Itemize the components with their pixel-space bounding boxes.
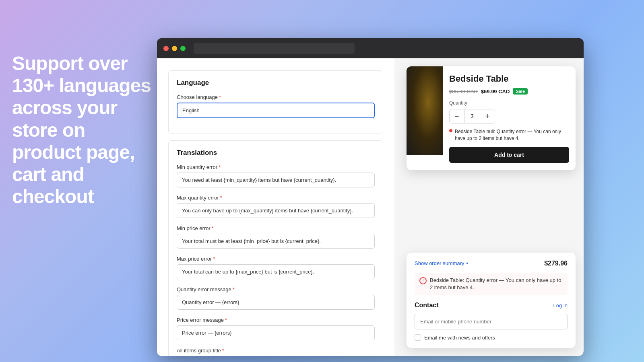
browser-window: Language Choose language * Translations … [157,38,584,356]
hero-text: Support over 130+ languages across your … [12,52,153,208]
contact-header: Contact Log in [415,302,568,309]
newsletter-row: Email me with news and offers [415,334,568,341]
order-total: $279.96 [544,260,568,267]
login-link[interactable]: Log in [553,302,568,309]
min-quantity-field: Min quantity error * [177,164,375,187]
checkout-header: Show order summary ▾ $279.96 [415,260,568,267]
browser-titlebar [157,38,584,58]
product-image [407,66,443,155]
translations-section-title: Translations [177,149,375,157]
max-quantity-field: Max quantity error * [177,195,375,218]
settings-panel: Language Choose language * Translations … [157,58,394,356]
show-order-summary-label: Show order summary [415,260,464,266]
url-bar[interactable] [194,43,355,54]
max-price-field: Max price error * [177,256,375,279]
language-input[interactable] [177,103,375,118]
quantity-label: Quantity [449,100,569,106]
sale-badge: Sale [513,88,528,95]
all-items-field: All items group title * [177,348,375,356]
language-label: Choose language * [177,94,375,100]
show-order-summary-button[interactable]: Show order summary ▾ [415,260,468,266]
contact-title: Contact [415,302,439,309]
minimize-icon[interactable] [172,46,177,51]
quantity-increase-button[interactable]: + [480,109,495,123]
price-error-message-field: Price error message * [177,317,375,340]
max-quantity-input[interactable] [177,203,375,218]
language-section: Language Choose language * [168,70,383,134]
language-field-group: Choose language * [177,94,375,118]
min-price-input[interactable] [177,234,375,249]
min-price-field: Min price error * [177,225,375,249]
checkout-panel: Show order summary ▾ $279.96 ! Bedside T… [407,253,576,348]
browser-content: Language Choose language * Translations … [157,58,584,356]
product-image-decoration [407,66,443,155]
close-icon[interactable] [163,46,169,51]
chevron-down-icon: ▾ [466,261,468,265]
contact-section: Contact Log in Email me with news and of… [415,302,568,341]
checkout-error: ! Bedside Table: Quantity error — You ca… [415,273,568,295]
quantity-decrease-button[interactable]: − [450,109,464,123]
quantity-control: − 3 + [449,109,495,123]
product-card: Bedside Table $85.00 CAD $69.99 CAD Sale… [407,66,576,170]
price-row: $85.00 CAD $69.99 CAD Sale [449,88,569,95]
product-card-inner: Bedside Table $85.00 CAD $69.99 CAD Sale… [407,66,576,170]
price-error-message-input[interactable] [177,325,375,340]
newsletter-label: Email me with news and offers [424,335,495,341]
required-star: * [219,94,221,100]
min-quantity-input[interactable] [177,173,375,187]
quantity-error-message-input[interactable] [177,295,375,310]
product-title: Bedside Table [449,74,569,84]
error-circle-icon: ! [419,277,427,284]
translations-section: Translations Min quantity error * Max qu… [168,140,383,356]
email-input[interactable] [415,314,568,329]
maximize-icon[interactable] [180,46,186,51]
quantity-error-message-field: Quantity error message * [177,286,375,310]
product-details: Bedside Table $85.00 CAD $69.99 CAD Sale… [443,66,576,170]
max-price-input[interactable] [177,264,375,279]
sale-price: $69.99 CAD [481,88,510,95]
add-to-cart-button[interactable]: Add to cart [449,147,569,163]
newsletter-checkbox[interactable] [415,334,421,341]
original-price: $85.00 CAD [449,88,478,95]
quantity-value: 3 [464,109,480,123]
error-dot-icon [449,129,452,132]
product-error-message: Bedside Table null: Quantity error — You… [449,128,569,142]
checkout-error-text: Bedside Table: Quantity error — You can … [430,277,563,291]
language-section-title: Language [177,79,375,87]
